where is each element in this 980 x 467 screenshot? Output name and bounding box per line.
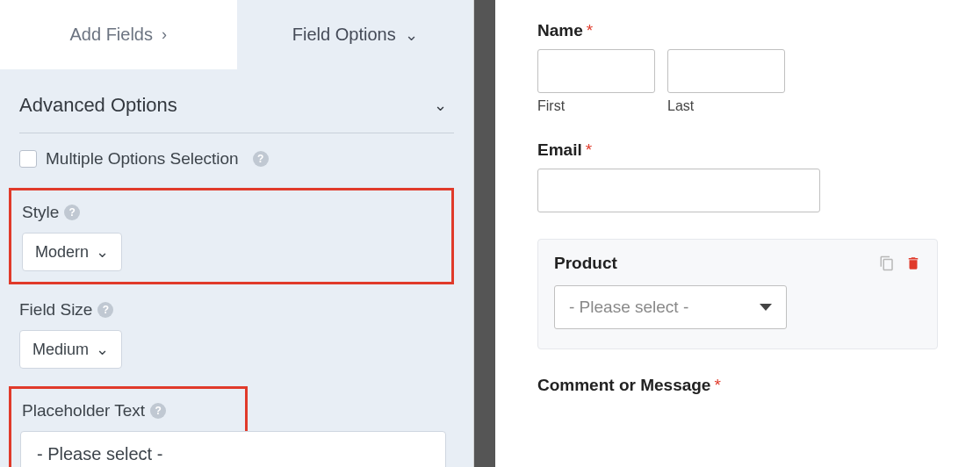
chevron-down-icon: ⌄	[405, 25, 418, 45]
help-icon[interactable]: ?	[64, 205, 80, 220]
placeholder-label: Placeholder Text	[22, 401, 145, 420]
product-header: Product	[554, 254, 921, 273]
chevron-down-icon: ⌄	[96, 340, 109, 359]
first-name-input[interactable]	[537, 49, 655, 93]
sidebar: Add Fields › Field Options ⌄ Advanced Op…	[0, 0, 474, 467]
trash-icon[interactable]	[905, 255, 921, 271]
product-dropdown[interactable]: - Please select -	[554, 285, 787, 329]
field-size-label-row: Field Size ?	[19, 300, 454, 320]
email-label: Email *	[537, 140, 938, 160]
tab-label: Add Fields	[70, 25, 154, 45]
name-field-group: Name * First Last	[537, 21, 938, 114]
style-select[interactable]: Modern ⌄	[22, 233, 122, 271]
field-size-value: Medium	[32, 341, 89, 359]
name-label: Name *	[537, 21, 938, 40]
style-label-row: Style ?	[22, 203, 441, 222]
placeholder-text-input[interactable]	[20, 431, 446, 467]
placeholder-label-row: Placeholder Text ?	[22, 401, 234, 420]
field-size-row: Field Size ? Medium ⌄	[19, 300, 454, 369]
dropdown-placeholder: - Please select -	[569, 298, 688, 317]
email-input[interactable]	[537, 169, 820, 212]
style-highlight: Style ? Modern ⌄	[9, 188, 454, 284]
product-label: Product	[554, 254, 617, 273]
vertical-divider	[474, 0, 495, 467]
required-asterisk: *	[714, 376, 720, 395]
tab-label: Field Options	[292, 25, 396, 45]
help-icon[interactable]: ?	[253, 151, 269, 167]
name-inputs: First Last	[537, 49, 938, 114]
advanced-options-header[interactable]: Advanced Options ⌄	[19, 94, 454, 133]
section-title: Advanced Options	[19, 94, 177, 117]
help-icon[interactable]: ?	[97, 302, 113, 318]
chevron-right-icon: ›	[162, 25, 167, 44]
style-label: Style	[22, 203, 59, 222]
tab-field-options[interactable]: Field Options ⌄	[237, 0, 474, 69]
field-size-select[interactable]: Medium ⌄	[19, 330, 122, 369]
multiple-options-checkbox[interactable]	[19, 150, 37, 168]
form-preview: Name * First Last Email *	[495, 0, 980, 467]
required-asterisk: *	[587, 21, 593, 40]
duplicate-icon[interactable]	[879, 255, 895, 271]
email-field-group: Email *	[537, 140, 938, 212]
chevron-down-icon: ⌄	[96, 242, 109, 262]
placeholder-highlight: Placeholder Text ?	[9, 386, 248, 467]
triangle-down-icon	[760, 304, 772, 311]
tabs: Add Fields › Field Options ⌄	[0, 0, 473, 69]
help-icon[interactable]: ?	[150, 403, 166, 419]
product-actions	[879, 255, 921, 271]
comment-field-group: Comment or Message *	[537, 376, 938, 395]
product-field-card[interactable]: Product - Please select -	[537, 239, 938, 349]
required-asterisk: *	[586, 140, 592, 160]
checkbox-label: Multiple Options Selection	[46, 149, 239, 169]
comment-label: Comment or Message *	[537, 376, 938, 395]
last-sublabel: Last	[667, 98, 785, 114]
field-size-label: Field Size	[19, 300, 92, 320]
advanced-options-section: Advanced Options ⌄ Multiple Options Sele…	[0, 69, 473, 467]
last-name-input[interactable]	[667, 49, 785, 93]
style-value: Modern	[35, 243, 89, 262]
multiple-options-row: Multiple Options Selection ?	[19, 149, 454, 169]
chevron-down-icon: ⌄	[434, 96, 447, 115]
first-sublabel: First	[537, 98, 655, 114]
tab-add-fields[interactable]: Add Fields ›	[0, 0, 237, 69]
